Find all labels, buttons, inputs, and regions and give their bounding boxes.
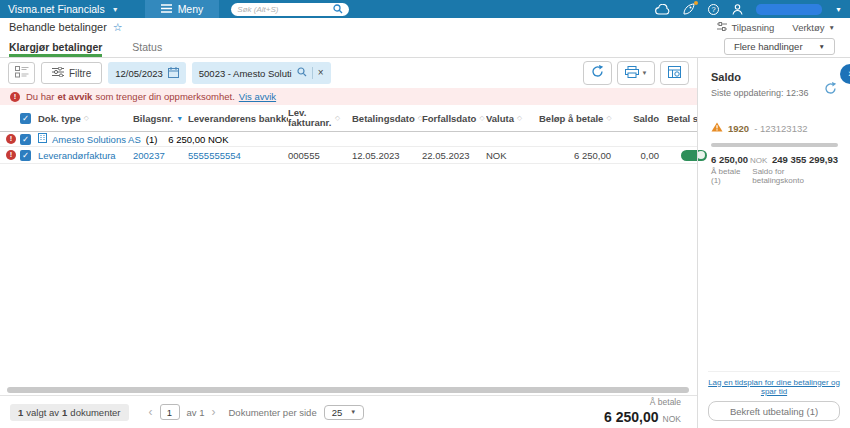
amount-to-pay: 6 250,00 <box>539 150 619 161</box>
chevron-down-icon: ▼ <box>819 43 825 50</box>
filter-button[interactable]: Filtre <box>41 62 102 84</box>
brand-label: Visma.net Financials <box>8 3 105 15</box>
total-amount: 6 250,00 <box>604 409 659 425</box>
confirm-payment-button[interactable]: Bekreft utbetaling (1) <box>708 401 840 421</box>
help-icon[interactable]: ? <box>708 4 719 15</box>
calendar-icon <box>168 67 179 80</box>
filter-label: Filtre <box>69 68 91 79</box>
chevron-down-icon: ▼ <box>112 6 119 13</box>
due-label: Å betale (1) <box>711 167 752 185</box>
tab-status[interactable]: Status <box>132 36 162 57</box>
per-page-select[interactable]: 25 ▼ <box>324 405 365 420</box>
search-icon[interactable] <box>333 0 343 18</box>
due-currency: NOK <box>750 156 767 165</box>
group-checkbox[interactable]: ✓ <box>20 134 31 145</box>
selection-badge: 1 valgt av 1 dokumenter <box>10 404 129 421</box>
group-doc-count: (1) <box>146 134 158 145</box>
alert-text: Du haret avviksom trenger din oppmerksom… <box>26 91 276 102</box>
user-name-redacted[interactable] <box>756 4 822 15</box>
total-to-pay: Å betale 6 250,00NOK <box>604 397 687 428</box>
col-forfallsdato[interactable]: Forfallsdato◇ <box>422 113 486 124</box>
hamburger-icon <box>161 3 172 15</box>
tools-menu[interactable]: Verktøy ▼ <box>792 22 835 33</box>
alert-icon: ! <box>6 150 16 160</box>
favorite-star-icon[interactable]: ☆ <box>113 21 123 34</box>
tab-prepare-payments[interactable]: Klargjør betalinger <box>9 36 102 57</box>
filter-icon <box>52 67 64 79</box>
payment-account-row[interactable]: 1920 - 123123132 <box>711 122 838 134</box>
col-bankkonto[interactable]: Leverandørens bankkonto◇ <box>188 113 288 124</box>
voucher-number-link[interactable]: 200237 <box>133 150 188 161</box>
col-lev-fakturanr[interactable]: Lev. fakturanr.◇ <box>288 108 352 129</box>
toolbar: Filtre 12/05/2023 50023 - Amesto Soluti … <box>0 58 697 88</box>
group-total: 6 250,00 NOK <box>168 134 228 145</box>
supplier-link[interactable]: Amesto Solutions AS <box>52 134 141 145</box>
doc-type-link[interactable]: Leverandørfaktura <box>38 150 133 161</box>
brand-menu[interactable]: Visma.net Financials ▼ <box>8 3 119 15</box>
alert-icon: ! <box>6 134 16 144</box>
balance: 0,00 <box>619 150 667 161</box>
user-menu-chevron-icon[interactable]: ▼ <box>835 6 842 13</box>
print-export-button[interactable]: ▼ <box>617 61 655 85</box>
col-betal-separat[interactable]: Betal sepa <box>667 113 697 124</box>
refresh-button[interactable] <box>583 61 612 85</box>
top-icon-group: ? ▼ <box>655 3 842 15</box>
supplier-filter-chip[interactable]: 50023 - Amesto Soluti × <box>192 62 331 84</box>
select-all-checkbox[interactable]: ✓ <box>20 113 31 124</box>
refresh-icon <box>591 65 604 81</box>
chevron-down-icon: ▼ <box>829 24 835 31</box>
tab-bar: Klargjør betalinger Status Flere handlin… <box>0 36 850 58</box>
col-dok-type[interactable]: Dok. type◇ <box>38 113 133 124</box>
customize-button[interactable]: Tilpasning <box>717 22 774 33</box>
col-bilagsnr[interactable]: Bilagsnr.▼ <box>133 113 188 124</box>
col-betalingsdato[interactable]: Betalingsdato◇ <box>352 113 422 124</box>
balance-amount: 249 355 299,93 <box>772 154 838 165</box>
page-number-input[interactable] <box>160 404 180 420</box>
close-icon[interactable]: × <box>318 68 324 78</box>
collapse-panel-button[interactable]: › <box>840 64 850 84</box>
chevron-down-icon: ▼ <box>642 70 648 76</box>
toolbar-right: ▼ <box>583 61 689 85</box>
row-checkbox[interactable]: ✓ <box>20 150 31 161</box>
sort-icon: ◇ <box>517 114 522 122</box>
user-icon[interactable] <box>732 4 743 15</box>
prev-page-button[interactable]: ‹ <box>149 406 153 418</box>
payment-date: 12.05.2023 <box>352 150 422 161</box>
last-updated: Siste oppdatering: 12:36 <box>711 88 838 98</box>
sidebar-footer: Lag en tidsplan for dine betalinger og s… <box>708 371 840 422</box>
top-bar: Visma.net Financials ▼ Meny ? ▼ <box>0 0 850 18</box>
refresh-balance-icon[interactable] <box>824 82 837 98</box>
page-of-label: av 1 <box>187 407 205 418</box>
balance-label: Saldo for betalingskonto <box>752 167 838 185</box>
next-page-button[interactable]: › <box>211 406 215 418</box>
date-filter-chip[interactable]: 12/05/2023 <box>108 62 186 84</box>
bank-account-link[interactable]: 5555555554 <box>188 150 288 161</box>
group-by-icon <box>15 66 29 81</box>
scrollbar-thumb[interactable] <box>7 387 689 393</box>
subheader-actions: Tilpasning Verktøy ▼ <box>717 22 835 33</box>
main-panel: Filtre 12/05/2023 50023 - Amesto Soluti … <box>0 58 697 428</box>
total-label: Å betale <box>604 397 681 408</box>
search-input[interactable] <box>237 5 333 14</box>
cloud-sync-icon[interactable] <box>655 4 670 15</box>
sort-icon: ◇ <box>479 114 484 122</box>
whats-new-rocket-icon[interactable] <box>683 3 695 15</box>
group-view-button[interactable] <box>8 62 35 84</box>
page-title: Behandle betalinger <box>9 21 107 33</box>
show-deviation-link[interactable]: Vis avvik <box>239 91 276 102</box>
global-search <box>231 3 349 16</box>
menu-button[interactable]: Meny <box>145 0 220 18</box>
chevron-down-icon: ▼ <box>350 409 356 415</box>
column-settings-button[interactable] <box>660 61 689 85</box>
subheader: Behandle betalinger ☆ Tilpasning Verktøy… <box>0 18 850 36</box>
chip-divider <box>312 67 313 79</box>
schedule-link[interactable]: Lag en tidsplan for dine betalinger og s… <box>708 378 840 396</box>
col-belop[interactable]: Beløp å betale◇ <box>539 113 619 124</box>
alert-icon: ! <box>10 92 20 102</box>
col-saldo[interactable]: Saldo <box>619 113 667 124</box>
col-valuta[interactable]: Valuta◇ <box>486 113 539 124</box>
date-filter-value: 12/05/2023 <box>115 68 163 79</box>
more-actions-button[interactable]: Flere handlinger ▼ <box>724 38 835 55</box>
sort-icon: ◇ <box>84 114 89 122</box>
sidebar-title: Saldo <box>711 71 838 83</box>
